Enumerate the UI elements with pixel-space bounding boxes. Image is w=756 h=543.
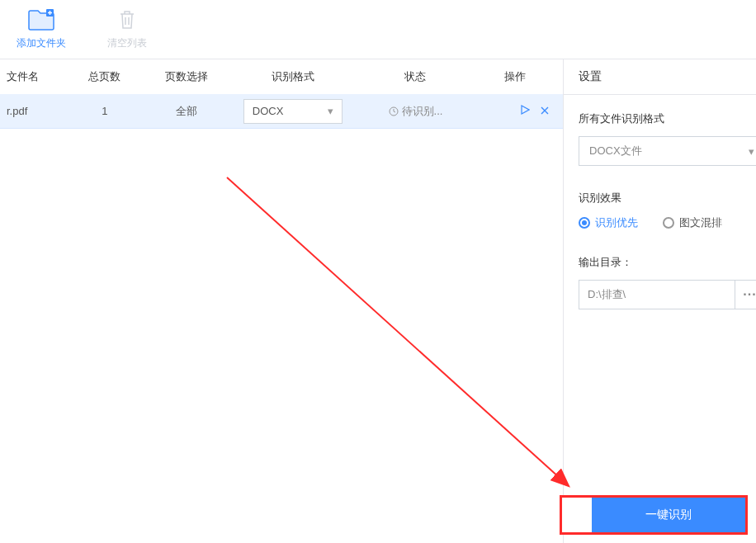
clock-icon	[389, 106, 399, 116]
col-header-pages: 总页数	[72, 69, 137, 84]
radio-icon	[663, 217, 674, 229]
col-header-status: 状态	[350, 69, 481, 84]
add-folder-button[interactable]: 添加文件夹	[17, 8, 66, 50]
radio-icon	[579, 217, 590, 229]
radio-mixed-layout[interactable]: 图文混排	[663, 215, 722, 230]
play-icon	[520, 105, 530, 115]
settings-panel: 设置 所有文件识别格式 DOCX文件 ▾ 识别效果 识别优先	[564, 59, 756, 543]
status-badge: 待识别...	[389, 104, 443, 119]
settings-title: 设置	[564, 59, 756, 95]
col-header-page-select: 页数选择	[138, 69, 236, 84]
format-select[interactable]: DOCX ▾	[243, 99, 343, 124]
table-row[interactable]: r.pdf 1 全部 DOCX ▾ 待识别...	[0, 94, 563, 129]
all-files-format-value: DOCX文件	[589, 144, 642, 158]
table-header: 文件名 总页数 页数选择 识别格式 状态 操作	[0, 59, 563, 94]
browse-button[interactable]: ···	[735, 280, 756, 309]
effect-label: 识别效果	[579, 191, 756, 205]
cell-page-select[interactable]: 全部	[138, 104, 236, 119]
clear-list-label: 清空列表	[107, 36, 147, 50]
clear-list-button[interactable]: 清空列表	[107, 8, 147, 50]
radio-recognition-priority[interactable]: 识别优先	[579, 215, 638, 230]
output-label: 输出目录：	[579, 255, 756, 270]
close-icon	[540, 106, 550, 116]
chevron-down-icon: ▾	[749, 145, 754, 158]
all-files-format-select[interactable]: DOCX文件 ▾	[579, 136, 756, 166]
format-label: 所有文件识别格式	[579, 111, 756, 126]
bottom-spacer	[562, 498, 592, 532]
col-header-name: 文件名	[7, 69, 72, 84]
cell-pages: 1	[72, 105, 137, 117]
cell-filename: r.pdf	[7, 105, 72, 117]
start-recognition-button[interactable]: 一键识别	[592, 498, 745, 532]
radio-label-mixed: 图文混排	[679, 215, 722, 230]
radio-label-priority: 识别优先	[595, 215, 638, 230]
trash-icon	[114, 8, 140, 31]
add-folder-label: 添加文件夹	[17, 36, 66, 50]
file-list-panel: 文件名 总页数 页数选择 识别格式 状态 操作 r.pdf 1 全部 DOCX …	[0, 59, 564, 543]
col-header-format: 识别格式	[235, 69, 350, 84]
status-text: 待识别...	[402, 104, 443, 119]
format-select-value: DOCX	[253, 105, 284, 117]
chevron-down-icon: ▾	[328, 105, 333, 117]
row-play-button[interactable]	[520, 104, 530, 119]
folder-plus-icon	[28, 8, 54, 31]
bottom-action-highlight: 一键识别	[560, 495, 748, 535]
col-header-action: 操作	[481, 69, 563, 84]
row-remove-button[interactable]	[540, 104, 550, 119]
output-path-input[interactable]	[579, 280, 735, 309]
